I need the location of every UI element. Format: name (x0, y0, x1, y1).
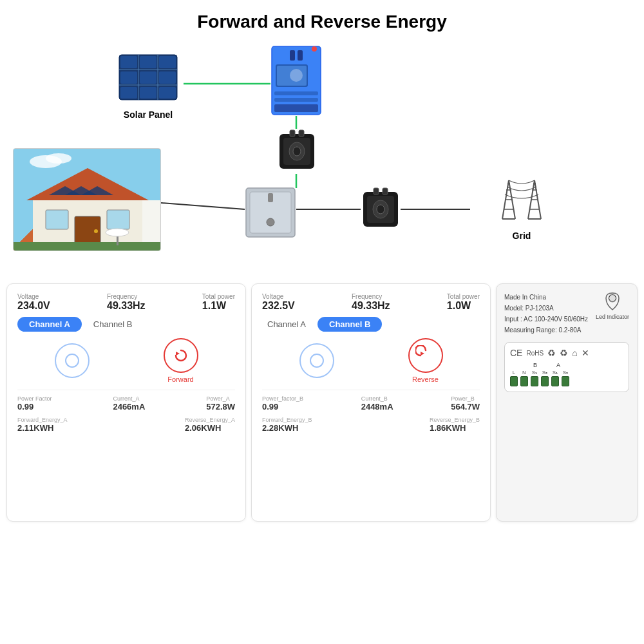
card-a-freq-value: 49.33Hz (107, 300, 146, 312)
solar-panel-group: Solar Panel (116, 52, 180, 120)
svg-rect-34 (290, 130, 295, 137)
card-a-forward-label: Forward (167, 375, 193, 383)
card-b-forward-energy-value: 2.28KWH (262, 423, 312, 433)
card-b-pf-label: Power_factor_B (262, 395, 303, 402)
card-b-reverse-energy-label: Reverse_Energy_B (430, 417, 480, 423)
card-b-flow-icons: Reverse (262, 338, 480, 383)
rohs-icon: RoHS (526, 350, 544, 357)
card-b-voltage: Voltage 232.5V (262, 293, 295, 312)
card-b-pf-value: 0.99 (262, 402, 303, 412)
card-b-freq-label: Frequency (352, 293, 390, 300)
page-title: Forward and Reverse Energy (0, 0, 644, 39)
terminal-l: L (513, 370, 515, 375)
terminal-pin-s1b (531, 376, 538, 386)
card-a-voltage: Voltage 234.0V (17, 293, 50, 312)
svg-point-80 (609, 295, 616, 301)
card-a-pf-value: 0.99 (17, 402, 52, 412)
ct-clamp-right (361, 187, 401, 232)
svg-rect-15 (140, 71, 156, 84)
svg-point-77 (310, 354, 323, 367)
grid-label: Grid (489, 231, 554, 241)
device-made-in: Made In China (504, 292, 588, 303)
card-a-circle-empty (55, 343, 90, 378)
card-b-power-value: 1.0W (447, 300, 480, 312)
svg-rect-72 (14, 242, 161, 251)
terminal-s2a: S₂ (563, 370, 568, 375)
tab-channel-b-inactive[interactable]: Channel B (88, 317, 138, 332)
home-icon: ⌂ (572, 348, 577, 358)
svg-point-38 (267, 218, 274, 226)
ba-labels: B A (533, 362, 623, 368)
channel-card-b: Voltage 232.5V Frequency 49.33Hz Total p… (251, 283, 491, 522)
card-b-current-label: Current_B (361, 395, 393, 402)
card-b-reverse-energy-value: 1.86KWH (430, 423, 480, 433)
card-a-freq-label: Frequency (107, 293, 146, 300)
svg-rect-13 (159, 56, 176, 68)
x-icon: ✕ (582, 348, 589, 358)
card-b-voltage-label: Voltage (262, 293, 295, 300)
terminal-pin-s2b (541, 376, 549, 386)
tab-channel-a-active[interactable]: Channel A (17, 317, 82, 332)
terminal-pin-n (520, 376, 528, 386)
terminal-n: N (522, 370, 526, 375)
junction-box (245, 187, 296, 238)
ct-clamp-top (277, 129, 317, 174)
card-b-current-value: 2448mA (361, 402, 393, 412)
card-a-reverse-energy-value: 2.06KWH (185, 423, 235, 433)
device-measuring: Measuring Range: 0.2-80A (504, 325, 588, 336)
card-b-power-b-label: Power_B (451, 395, 480, 402)
card-b-tabs: Channel A Channel B (262, 317, 480, 332)
tab-channel-a-inactive[interactable]: Channel A (262, 317, 311, 332)
card-a-reverse-energy-label: Reverse_Energy_A (185, 417, 235, 423)
svg-rect-17 (120, 87, 137, 99)
svg-rect-27 (274, 98, 318, 102)
card-a-tabs: Channel A Channel B (17, 317, 235, 332)
grid-group: Grid (489, 167, 554, 241)
svg-point-75 (66, 354, 79, 367)
card-a-pf-label: Power Factor (17, 395, 52, 402)
svg-rect-35 (299, 130, 304, 137)
svg-rect-26 (274, 91, 318, 95)
svg-rect-16 (159, 71, 176, 84)
svg-rect-12 (140, 56, 156, 68)
terminal-pin-s1a (551, 376, 559, 386)
card-a-top-row: Voltage 234.0V Frequency 49.33Hz Total p… (17, 293, 235, 312)
card-a-forward-circle (164, 338, 198, 373)
tab-channel-b-active[interactable]: Channel B (317, 317, 382, 332)
terminal-pin-s2a (562, 376, 569, 386)
svg-rect-25 (298, 50, 303, 61)
device-card: Made In China Model: PJ-1203A Input : AC… (496, 283, 638, 522)
svg-rect-39 (268, 193, 273, 202)
card-a-reverse-energy: Reverse_Energy_A 2.06KWH (185, 417, 235, 433)
led-label-text: Led Indicator (596, 314, 629, 320)
svg-rect-68 (46, 210, 68, 229)
card-b-energy-row: Forward_Energy_B 2.28KWH Reverse_Energy_… (262, 417, 480, 433)
inverter-icon (270, 45, 322, 116)
card-b-current: Current_B 2448mA (361, 395, 393, 412)
card-a-forward-energy: Forward_Energy_A 2.11KWH (17, 417, 68, 433)
svg-marker-76 (176, 352, 180, 355)
device-input: Input : AC 100-240V 50/60Hz (504, 314, 588, 325)
device-bottom-panel: CE RoHS ♻ ♻ ⌂ ✕ B A L N (504, 342, 629, 392)
svg-rect-18 (140, 87, 156, 99)
card-a-pf: Power Factor 0.99 (17, 395, 52, 412)
card-a-forward-wrapper: Forward (164, 338, 198, 383)
card-a-power-a-label: Power_A (206, 395, 235, 402)
card-a-current-label: Current_A (113, 395, 145, 402)
recycle-icon: ♻ (547, 348, 556, 358)
card-a-power-a: Power_A 572.8W (206, 395, 235, 412)
channel-card-a: Voltage 234.0V Frequency 49.33Hz Total p… (6, 283, 246, 522)
svg-point-23 (290, 69, 303, 82)
card-b-forward-energy-label: Forward_Energy_B (262, 417, 312, 423)
led-wire (603, 292, 622, 311)
card-a-forward-energy-label: Forward_Energy_A (17, 417, 68, 423)
card-b-flow-circle-empty (299, 343, 334, 378)
card-a-energy-row: Forward_Energy_A 2.11KWH Reverse_Energy_… (17, 417, 235, 433)
device-info: Made In China Model: PJ-1203A Input : AC… (504, 292, 588, 336)
card-b-reverse-energy: Reverse_Energy_B 1.86KWH (430, 417, 480, 433)
card-a-voltage-label: Voltage (17, 293, 50, 300)
terminal-s1b: S₁ (532, 370, 537, 375)
card-b-power-b: Power_B 564.7W (451, 395, 480, 412)
card-b-power-label: Total power (447, 293, 480, 300)
svg-point-74 (106, 229, 129, 236)
